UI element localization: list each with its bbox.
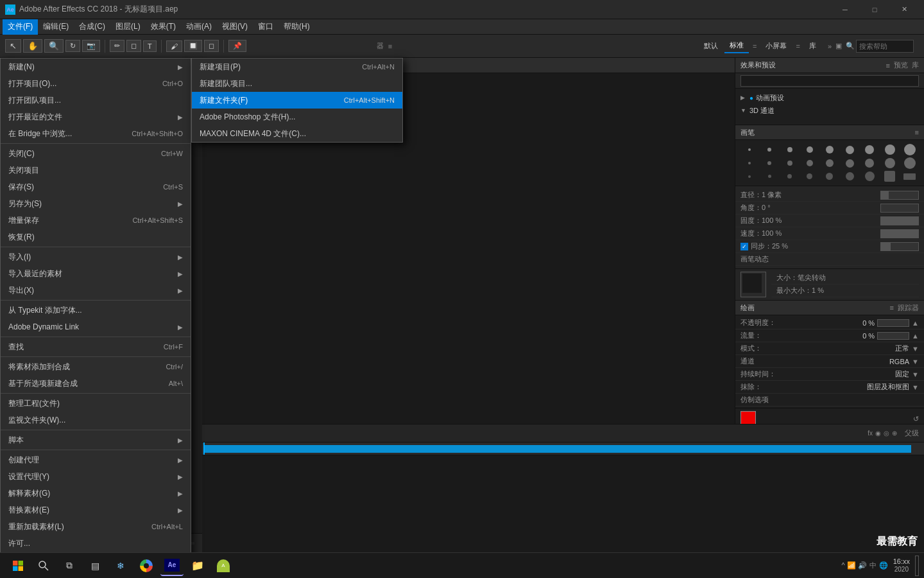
workspace-small-screen[interactable]: 小屏幕	[760, 39, 792, 53]
menu-window[interactable]: 窗口	[253, 19, 278, 35]
menu-edit[interactable]: 编辑(E)	[38, 19, 74, 35]
menu-restore[interactable]: 恢复(R)	[1, 229, 191, 245]
menu-import-recent[interactable]: 导入最近的素材 ▶	[1, 265, 191, 282]
workspace-default[interactable]: 默认	[699, 39, 723, 53]
menu-watch-folder-label: 监视文件夹(W)...	[8, 415, 183, 426]
menu-open-project[interactable]: 打开项目(O)... Ctrl+O	[1, 75, 191, 92]
taskbar-notification-icons[interactable]: ^ 📶 🔊	[841, 561, 866, 570]
menu-typekit[interactable]: 从 Typekit 添加字体...	[1, 302, 191, 319]
app-snowflake[interactable]: ❄	[109, 556, 132, 576]
show-desktop-button[interactable]	[915, 556, 919, 576]
menu-save[interactable]: 保存(S) Ctrl+S	[1, 179, 191, 195]
menu-composition[interactable]: 合成(C)	[74, 19, 110, 35]
menu-create-proxy-arrow: ▶	[178, 457, 183, 464]
menu-close[interactable]: 关闭(C) Ctrl+W	[1, 145, 191, 162]
menu-add-to-comp[interactable]: 将素材添加到合成 Ctrl+/	[1, 358, 191, 375]
menu-set-proxy-arrow: ▶	[178, 473, 183, 480]
tool-eraser[interactable]: ◻	[204, 40, 219, 52]
menu-animation[interactable]: 动画(A)	[181, 19, 217, 35]
menu-allow[interactable]: 许可...	[1, 535, 191, 552]
menu-file[interactable]: 文件(F)	[3, 19, 38, 35]
tool-camera[interactable]: 📷	[82, 40, 100, 52]
tool-rotate[interactable]: ↻	[65, 40, 80, 52]
menu-open-recent[interactable]: 打开最近的文件 ▶	[1, 109, 191, 125]
taskbar-clock[interactable]: 16:xx 2020	[891, 557, 912, 574]
close-button[interactable]: ✕	[889, 0, 919, 19]
menu-set-proxy[interactable]: 设置代理(Y) ▶	[1, 468, 191, 485]
menu-replace[interactable]: 替换素材(E) ▶	[1, 502, 191, 518]
tool-zoom[interactable]: 🔍	[44, 39, 64, 53]
tool-puppet[interactable]: 📌	[228, 40, 246, 52]
taskbar-explorer[interactable]: 📁	[186, 556, 209, 576]
menu-browse-bridge-shortcut: Ctrl+Alt+Shift+O	[132, 130, 183, 137]
menu-increment-save-label: 增量保存	[8, 215, 132, 226]
workspace-search-icon: 🔍	[846, 42, 855, 50]
workspace-more[interactable]: »	[828, 42, 832, 50]
snowflake-icon: ❄	[117, 561, 124, 571]
menu-help[interactable]: 帮助(H)	[278, 19, 315, 35]
menu-import[interactable]: 导入(I) ▶	[1, 249, 191, 265]
menu-open-team[interactable]: 打开团队项目...	[1, 92, 191, 109]
submenu-new-folder[interactable]: 新建文件夹(F) Ctrl+Alt+Shift+N	[192, 92, 402, 109]
menu-import-recent-label: 导入最近的素材	[8, 268, 178, 279]
tool-stamp[interactable]: 🔲	[184, 40, 202, 52]
separator-1	[1, 143, 191, 144]
search-help-input[interactable]	[856, 40, 914, 53]
menu-scripts[interactable]: 脚本 ▶	[1, 432, 191, 448]
menu-dynamic-link-label: Adobe Dynamic Link	[8, 322, 178, 331]
menu-new[interactable]: 新建(N) ▶	[1, 58, 191, 75]
toolbar-separator-2	[161, 40, 162, 53]
maximize-button[interactable]: □	[860, 0, 889, 19]
submenu-new-team-project[interactable]: 新建团队项目...	[192, 75, 402, 92]
menu-consolidate[interactable]: 整理工程(文件)	[1, 395, 191, 412]
menu-find[interactable]: 查找 Ctrl+F	[1, 338, 191, 355]
app-chrome[interactable]	[135, 556, 158, 576]
tool-mask[interactable]: ◻	[126, 40, 141, 52]
menu-new-comp-from[interactable]: 基于所选项新建合成 Alt+\	[1, 375, 191, 392]
menu-find-label: 查找	[8, 342, 164, 353]
watermark: 最需教育	[870, 532, 924, 551]
menu-export-arrow: ▶	[178, 287, 183, 294]
menu-increment-save[interactable]: 增量保存 Ctrl+Alt+Shift+S	[1, 212, 191, 229]
menu-dynamic-link[interactable]: Adobe Dynamic Link ▶	[1, 319, 191, 335]
menu-view[interactable]: 视图(V)	[217, 19, 253, 35]
menu-open-project-shortcut: Ctrl+O	[162, 80, 183, 87]
menu-close-project[interactable]: 关闭项目	[1, 162, 191, 179]
chrome-center	[144, 563, 149, 568]
submenu-new-photoshop[interactable]: Adobe Photoshop 文件(H)...	[192, 109, 402, 125]
menu-dynamic-link-arrow: ▶	[178, 324, 183, 331]
tool-text[interactable]: T	[143, 40, 157, 52]
menu-layer[interactable]: 图层(L)	[110, 19, 146, 35]
taskbar-ae[interactable]: Ae	[160, 556, 184, 576]
tool-hand[interactable]: ✋	[23, 39, 42, 53]
taskbar-android[interactable]: A	[212, 556, 235, 576]
start-button[interactable]	[6, 556, 30, 576]
workspace-library[interactable]: 库	[804, 39, 821, 53]
tool-pen[interactable]: ✏	[110, 40, 124, 52]
minimize-button[interactable]: ─	[830, 0, 860, 19]
menu-watch-folder[interactable]: 监视文件夹(W)...	[1, 412, 191, 428]
menu-save-as-arrow: ▶	[178, 200, 183, 207]
separator-8	[1, 450, 191, 450]
menu-browse-bridge[interactable]: 在 Bridge 中浏览... Ctrl+Alt+Shift+O	[1, 125, 191, 142]
menu-interpret[interactable]: 解释素材(G) ▶	[1, 485, 191, 502]
workspace-panel-options[interactable]: ▣	[835, 42, 842, 50]
submenu-new-cinema4d[interactable]: MAXON CINEMA 4D 文件(C)...	[192, 125, 402, 142]
menu-effects[interactable]: 效果(T)	[146, 19, 181, 35]
submenu-new-cinema4d-label: MAXON CINEMA 4D 文件(C)...	[200, 128, 395, 139]
menu-create-proxy[interactable]: 创建代理 ▶	[1, 451, 191, 468]
tool-brush[interactable]: 🖌	[166, 40, 182, 52]
windows-logo-icon	[12, 560, 24, 572]
taskbar-search[interactable]	[32, 556, 55, 576]
viewer-menu[interactable]: ≡	[388, 42, 392, 50]
submenu-new-project[interactable]: 新建项目(P) Ctrl+Alt+N	[192, 58, 402, 75]
task-view-button[interactable]: ⧉	[58, 556, 81, 576]
multiwindow-button[interactable]: ▤	[83, 556, 107, 576]
tool-select[interactable]: ↖	[5, 39, 21, 53]
menu-reload[interactable]: 重新加载素材(L) Ctrl+Alt+L	[1, 518, 191, 535]
menu-export[interactable]: 导出(X) ▶	[1, 282, 191, 299]
time-display: 16:xx	[893, 557, 910, 566]
menu-save-as[interactable]: 另存为(S) ▶	[1, 195, 191, 212]
menu-open-team-label: 打开团队项目...	[8, 95, 183, 106]
workspace-standard[interactable]: 标准	[724, 39, 749, 53]
